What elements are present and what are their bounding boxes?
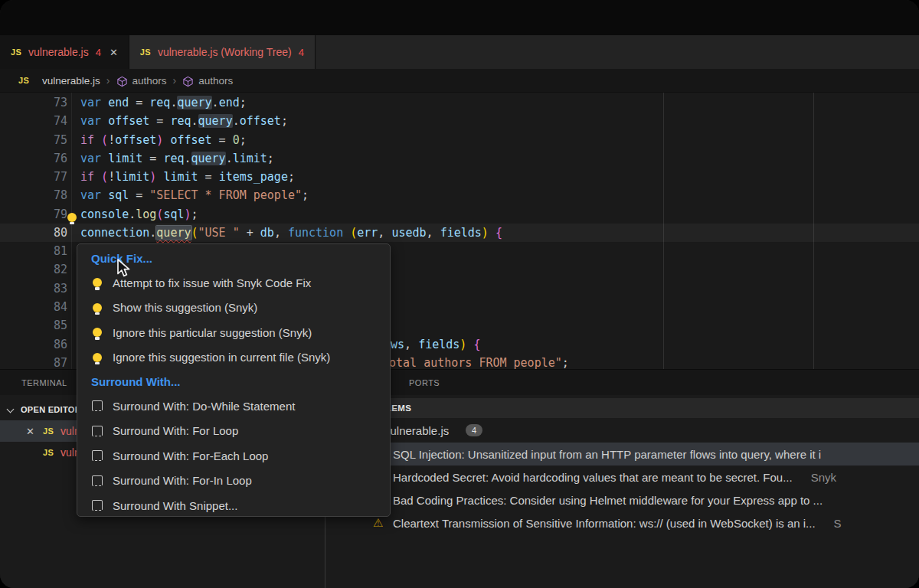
mouse-cursor xyxy=(116,258,130,279)
code-line-77[interactable]: 77if (!limit) limit = items_page; xyxy=(0,168,919,186)
snippet-icon xyxy=(92,426,103,436)
code-text: var offset = req.query.offset; xyxy=(80,112,288,130)
problem-row[interactable]: ⚠SQL Injection: Unsanitized input from a… xyxy=(325,443,919,466)
line-number: 78 xyxy=(0,186,67,204)
problems-header: PROBLEMS xyxy=(325,398,919,418)
line-number: 86 xyxy=(0,335,67,354)
lightbulb-icon xyxy=(92,278,103,287)
problem-row[interactable]: ⚠Hardcoded Secret: Avoid hardcoding valu… xyxy=(325,466,919,488)
vscode-window: JSvulnerable.js4✕JSvulnerable.js (Workin… xyxy=(0,0,919,588)
tab-vulnerable-js-working-tree[interactable]: JSvulnerable.js (Working Tree)4 xyxy=(129,35,316,69)
chevron-down-icon xyxy=(7,405,15,413)
menu-item-label: Ignore this particular suggestion (Snyk) xyxy=(113,326,312,339)
code-text: if (!limit) limit = items_page; xyxy=(80,168,295,186)
tab-bar: JSvulnerable.js4✕JSvulnerable.js (Workin… xyxy=(0,35,919,69)
code-line-76[interactable]: 76var limit = req.query.limit; xyxy=(0,149,919,168)
breadcrumb-file[interactable]: vulnerable.js xyxy=(42,75,100,87)
problem-row[interactable]: ⚠Cleartext Transmission of Sensitive Inf… xyxy=(325,511,919,534)
breadcrumb-separator: › xyxy=(106,74,110,87)
menu-item[interactable]: Surround With: Do-While Statement xyxy=(77,394,390,419)
menu-item-label: Attempt to fix issue with Snyk Code Fix xyxy=(113,276,311,289)
js-file-icon: JS xyxy=(43,448,54,457)
problems-file-name: vulnerable.js xyxy=(384,424,449,437)
menu-item-label: Surround With: For-Each Loop xyxy=(113,449,268,462)
code-text: var end = req.query.end; xyxy=(80,93,247,112)
breadcrumb-segment[interactable]: authors xyxy=(132,75,167,87)
problem-row[interactable]: ⚠Bad Coding Practices: Consider using He… xyxy=(325,488,919,511)
menu-item-label: Show this suggestion (Snyk) xyxy=(113,301,257,314)
symbol-object-icon xyxy=(116,76,128,87)
tab-problem-count: 4 xyxy=(299,47,304,58)
js-file-icon: JS xyxy=(18,76,29,85)
code-text: ws, fields) { xyxy=(391,335,480,354)
menu-item-label: Ignore this suggestion in current file (… xyxy=(113,351,330,364)
lightbulb-icon xyxy=(92,353,103,362)
quick-fix-menu: Quick Fix...Attempt to fix issue with Sn… xyxy=(77,243,391,517)
code-text: console.log(sql); xyxy=(80,205,198,224)
js-file-icon: JS xyxy=(11,47,21,57)
menu-item-label: Surround With Snippet... xyxy=(113,499,237,512)
line-number: 77 xyxy=(0,168,67,186)
breadcrumb-separator: › xyxy=(173,74,177,87)
code-text: if (!offset) offset = 0; xyxy=(80,131,247,149)
code-text: var sql = "SELECT * FROM people"; xyxy=(80,186,309,204)
tab-label: vulnerable.js (Working Tree) xyxy=(158,46,292,58)
menu-item[interactable]: Surround With Snippet... xyxy=(77,493,390,518)
open-editors-header[interactable]: OPEN EDITORS xyxy=(0,401,87,418)
code-line-78[interactable]: 78var sql = "SELECT * FROM people"; xyxy=(0,186,919,204)
menu-section-header: Surround With... xyxy=(77,370,390,394)
line-number: 81 xyxy=(0,242,67,260)
lightbulb-icon xyxy=(92,303,103,312)
menu-item[interactable]: Surround With: For-In Loop xyxy=(77,469,390,494)
line-number: 84 xyxy=(0,298,67,316)
problem-message: Bad Coding Practices: Consider using Hel… xyxy=(393,494,823,507)
problem-source: S xyxy=(834,517,842,530)
menu-item[interactable]: Surround With: For Loop xyxy=(77,419,390,444)
menu-item-label: Surround With: Do-While Statement xyxy=(113,400,295,413)
line-number: 80 xyxy=(0,224,67,242)
panel-tab-ports[interactable]: PORTS xyxy=(409,370,440,396)
line-number: 85 xyxy=(0,316,67,335)
tab-label: vulnerable.js xyxy=(28,46,89,58)
line-number: 79 xyxy=(0,205,67,224)
snippet-icon xyxy=(92,500,103,511)
code-line-75[interactable]: 75if (!offset) offset = 0; xyxy=(0,131,919,149)
panel-tab-terminal[interactable]: TERMINAL xyxy=(21,370,67,396)
js-file-icon: JS xyxy=(43,426,54,436)
line-number: 73 xyxy=(0,93,67,112)
code-line-79[interactable]: 79console.log(sql); xyxy=(0,205,919,224)
menu-item-label: Surround With: For-In Loop xyxy=(113,474,252,487)
snippet-icon xyxy=(92,450,103,461)
menu-item[interactable]: Ignore this suggestion in current file (… xyxy=(77,345,390,371)
problem-count-badge: 4 xyxy=(466,424,482,436)
code-text: connection.query("USE " + db, function (… xyxy=(80,224,502,242)
code-text: otal authors FROM people"; xyxy=(389,354,569,369)
symbol-object-icon xyxy=(182,76,194,87)
problems-file-row[interactable]: JS vulnerable.js 4 xyxy=(325,420,919,441)
code-line-80[interactable]: 80connection.query("USE " + db, function… xyxy=(0,224,919,242)
problem-message: Cleartext Transmission of Sensitive Info… xyxy=(393,517,842,530)
problem-message: SQL Injection: Unsanitized input from an… xyxy=(393,448,821,461)
menu-item-label: Surround With: For Loop xyxy=(113,424,238,437)
problem-source: Snyk xyxy=(811,471,836,484)
lightbulb-icon xyxy=(92,328,103,337)
menu-item[interactable]: Surround With: For-Each Loop xyxy=(77,443,390,469)
menu-item[interactable]: Show this suggestion (Snyk) xyxy=(77,296,390,321)
js-file-icon: JS xyxy=(140,47,151,57)
close-icon[interactable]: ✕ xyxy=(110,47,118,58)
breadcrumb: JS vulnerable.js ›authors›authors xyxy=(0,69,919,92)
snippet-icon xyxy=(92,475,103,486)
menu-item[interactable]: Ignore this particular suggestion (Snyk) xyxy=(77,320,390,345)
line-number: 83 xyxy=(0,279,67,298)
breadcrumb-segment[interactable]: authors xyxy=(198,75,233,87)
line-number: 82 xyxy=(0,260,67,279)
line-number: 74 xyxy=(0,112,67,130)
code-line-74[interactable]: 74var offset = req.query.offset; xyxy=(0,112,919,130)
code-text: var limit = req.query.limit; xyxy=(80,149,274,168)
line-number: 87 xyxy=(0,354,67,369)
tab-problem-count: 4 xyxy=(96,47,101,58)
code-line-73[interactable]: 73var end = req.query.end; xyxy=(0,93,919,112)
tab-vulnerable-js[interactable]: JSvulnerable.js4✕ xyxy=(0,35,129,69)
problem-message: Hardcoded Secret: Avoid hardcoding value… xyxy=(393,471,836,484)
close-icon[interactable]: ✕ xyxy=(26,426,34,437)
